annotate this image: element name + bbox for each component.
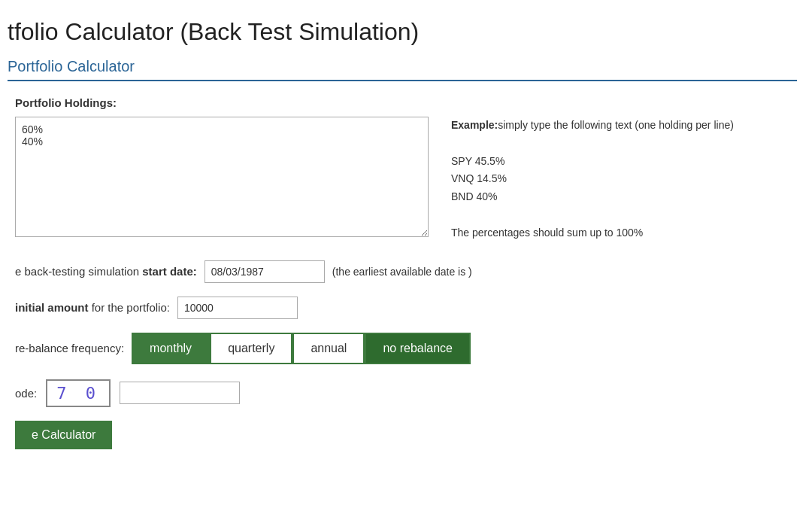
rebalance-row: re-balance frequency: monthly quarterly …: [15, 333, 797, 364]
holdings-label: Portfolio Holdings:: [15, 96, 797, 109]
rebalance-norebalance-button[interactable]: no rebalance: [365, 333, 471, 364]
rebalance-quarterly-button[interactable]: quarterly: [210, 333, 292, 364]
page-title: tfolio Calculator (Back Test Simulation): [8, 0, 797, 58]
amount-row: initial amount for the portfolio:: [15, 297, 797, 319]
example-line-1: SPY 45.5%: [451, 153, 797, 171]
captcha-label: ode:: [15, 387, 37, 400]
captcha-row: ode: 7 0: [15, 379, 797, 407]
start-date-input[interactable]: [205, 260, 325, 283]
rebalance-buttons: monthly quarterly annual no rebalance: [132, 333, 471, 364]
start-date-row: e back-testing simulation start date: (t…: [15, 260, 797, 283]
example-label: Example:: [451, 119, 498, 131]
example-description: simply type the following text (one hold…: [498, 119, 734, 131]
holdings-example: Example:simply type the following text (…: [451, 117, 797, 242]
rebalance-label: re-balance frequency:: [15, 342, 124, 354]
earliest-date-note: (the earliest available date is ): [332, 266, 472, 278]
captcha-display: 7 0: [46, 379, 111, 407]
holdings-textarea[interactable]: 60% 40%: [15, 117, 429, 237]
start-date-label: e back-testing simulation start date:: [15, 265, 197, 278]
submit-button[interactable]: e Calculator: [15, 421, 112, 449]
rebalance-monthly-button[interactable]: monthly: [132, 333, 210, 364]
amount-input[interactable]: [177, 297, 298, 319]
holdings-row: 60% 40% Example:simply type the followin…: [15, 117, 797, 242]
rebalance-annual-button[interactable]: annual: [292, 333, 365, 364]
example-note: The percentages should sum up to 100%: [451, 224, 797, 242]
section-header: Portfolio Calculator: [8, 58, 797, 81]
example-line-2: VNQ 14.5%: [451, 170, 797, 188]
example-line-3: BND 40%: [451, 188, 797, 206]
captcha-input[interactable]: [120, 382, 240, 404]
amount-label: initial amount for the portfolio:: [15, 301, 170, 314]
